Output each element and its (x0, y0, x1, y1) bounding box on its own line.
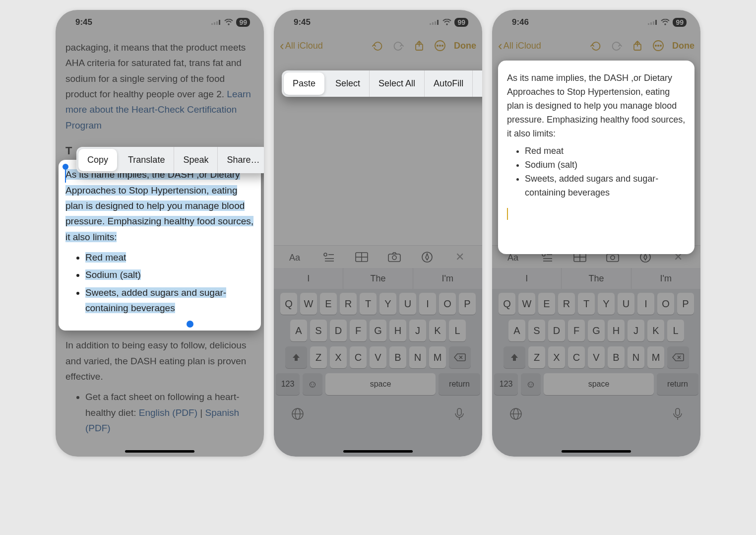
key-j[interactable]: J (628, 320, 644, 341)
selection-region[interactable]: As its name implies, the DASH ,or Dietar… (59, 160, 261, 331)
key-g[interactable]: G (370, 320, 386, 341)
key-n[interactable]: N (628, 346, 644, 368)
key-b[interactable]: B (608, 346, 625, 368)
key-r[interactable]: R (558, 293, 575, 315)
key-r[interactable]: R (340, 293, 357, 315)
autofill-button[interactable]: AutoFill (425, 70, 473, 97)
key-h[interactable]: H (389, 320, 406, 341)
bullet-item[interactable]: Sodium (salt) (85, 269, 141, 280)
key-p[interactable]: P (459, 293, 476, 315)
key-z[interactable]: Z (528, 346, 545, 368)
share-button[interactable] (412, 39, 426, 53)
return-key[interactable]: return (439, 373, 480, 395)
key-t[interactable]: T (578, 293, 595, 315)
key-c[interactable]: C (568, 346, 585, 368)
key-d[interactable]: D (548, 320, 565, 341)
key-l[interactable]: L (449, 320, 466, 341)
space-key[interactable]: space (325, 373, 436, 395)
key-u[interactable]: U (399, 293, 416, 315)
prediction-2[interactable]: The (562, 268, 631, 289)
key-e[interactable]: E (320, 293, 337, 315)
emoji-key[interactable]: ☺ (303, 373, 322, 395)
speak-button[interactable]: Speak (174, 147, 218, 173)
return-key[interactable]: return (657, 373, 698, 395)
prediction-3[interactable]: I'm (631, 268, 700, 289)
key-u[interactable]: U (618, 293, 634, 315)
key-k[interactable]: K (647, 320, 664, 341)
key-n[interactable]: N (409, 346, 426, 368)
key-t[interactable]: T (360, 293, 377, 315)
checklist-button[interactable] (320, 249, 337, 266)
key-i[interactable]: I (637, 293, 654, 315)
key-y[interactable]: Y (379, 293, 396, 315)
text-style-button[interactable]: Aa (288, 249, 305, 266)
camera-button[interactable] (386, 249, 403, 266)
key-i[interactable]: I (419, 293, 436, 315)
bullet-item[interactable]: Sweets, added sugars and sugar-containin… (85, 287, 226, 313)
key-a[interactable]: A (290, 320, 307, 341)
key-k[interactable]: K (429, 320, 446, 341)
select-all-button[interactable]: Select All (370, 70, 425, 97)
done-button[interactable]: Done (454, 41, 476, 51)
numbers-key[interactable]: 123 (494, 373, 518, 395)
copy-button[interactable]: Copy (78, 149, 117, 171)
numbers-key[interactable]: 123 (276, 373, 300, 395)
key-q[interactable]: Q (280, 293, 297, 315)
translate-button[interactable]: Translate (119, 147, 174, 173)
key-a[interactable]: A (508, 320, 525, 341)
globe-key[interactable] (291, 407, 305, 423)
home-indicator[interactable] (125, 450, 194, 453)
back-button[interactable]: ‹ All iCloud (498, 39, 541, 52)
paste-button[interactable]: Paste (284, 72, 324, 95)
home-indicator[interactable] (343, 450, 413, 453)
key-p[interactable]: P (677, 293, 694, 315)
key-h[interactable]: H (608, 320, 625, 341)
undo-button[interactable] (371, 39, 384, 53)
share-button[interactable] (630, 39, 644, 53)
more-button[interactable] (651, 39, 665, 53)
undo-button[interactable] (589, 39, 603, 53)
key-l[interactable]: L (667, 320, 684, 341)
delete-key[interactable] (449, 346, 471, 368)
key-w[interactable]: W (518, 293, 535, 315)
key-y[interactable]: Y (598, 293, 615, 315)
key-c[interactable]: C (350, 346, 367, 368)
key-o[interactable]: O (439, 293, 456, 315)
markup-button[interactable] (419, 249, 436, 266)
prediction-1[interactable]: I (274, 268, 343, 289)
prediction-3[interactable]: I'm (413, 268, 482, 289)
select-button[interactable]: Select (326, 70, 370, 97)
key-v[interactable]: V (588, 346, 605, 368)
key-g[interactable]: G (588, 320, 605, 341)
key-s[interactable]: S (310, 320, 327, 341)
selected-paragraph[interactable]: As its name implies, the DASH ,or Dietar… (65, 169, 253, 242)
key-f[interactable]: F (350, 320, 367, 341)
table-button[interactable] (353, 249, 370, 266)
bullet-item[interactable]: Red meat (85, 252, 126, 263)
key-q[interactable]: Q (499, 293, 515, 315)
dictation-key[interactable] (672, 407, 684, 423)
more-button[interactable] (433, 39, 447, 53)
key-s[interactable]: S (528, 320, 545, 341)
key-z[interactable]: Z (310, 346, 327, 368)
selection-handle-end[interactable] (187, 321, 193, 328)
more-arrow-button[interactable]: › (473, 70, 482, 97)
key-f[interactable]: F (568, 320, 585, 341)
key-b[interactable]: B (389, 346, 406, 368)
delete-key[interactable] (667, 346, 689, 368)
share-button[interactable]: Share… (218, 147, 264, 173)
key-o[interactable]: O (657, 293, 674, 315)
key-m[interactable]: M (647, 346, 664, 368)
home-indicator[interactable] (562, 450, 631, 453)
note-content[interactable]: As its name implies, the DASH ,or Dietar… (498, 61, 694, 254)
key-e[interactable]: E (538, 293, 555, 315)
space-key[interactable]: space (544, 373, 654, 395)
key-w[interactable]: W (300, 293, 317, 315)
done-button[interactable]: Done (672, 41, 694, 51)
key-j[interactable]: J (409, 320, 426, 341)
shift-key[interactable] (285, 346, 307, 368)
back-button[interactable]: ‹ All iCloud (280, 39, 323, 52)
shift-key[interactable] (504, 346, 525, 368)
key-v[interactable]: V (370, 346, 386, 368)
prediction-1[interactable]: I (492, 268, 562, 289)
